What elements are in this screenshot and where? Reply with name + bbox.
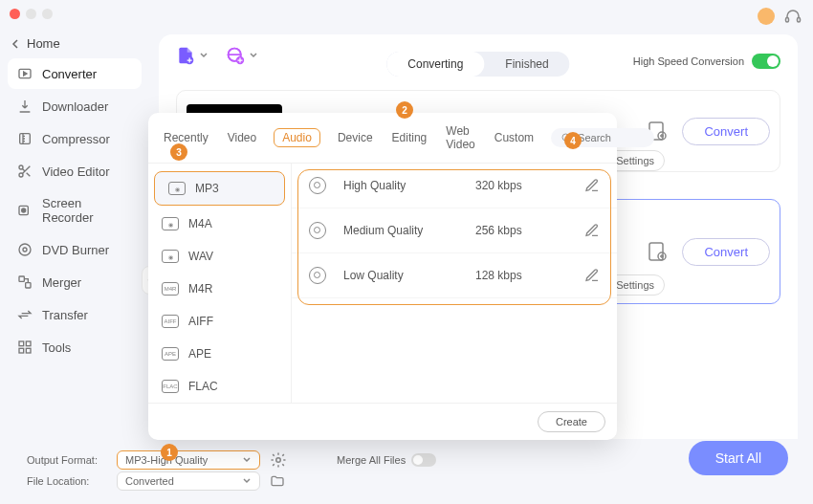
annotation-badge-2: 2 xyxy=(396,101,413,119)
output-settings-icon[interactable] xyxy=(270,451,287,469)
sidebar-item-label: Tools xyxy=(42,340,71,355)
sidebar-item-downloader[interactable]: Downloader xyxy=(8,91,142,121)
sidebar-item-label: Compressor xyxy=(42,132,110,146)
disc-icon xyxy=(309,222,326,239)
sidebar-item-video-editor[interactable]: Video Editor xyxy=(8,156,142,186)
convert-button[interactable]: Convert xyxy=(682,238,770,266)
merge-icon xyxy=(17,274,33,290)
annotation-badge-3: 3 xyxy=(170,143,187,161)
format-ape[interactable]: APEAPE xyxy=(148,338,291,370)
output-format-icon[interactable] xyxy=(646,240,669,263)
disc-mini-icon: ◉ xyxy=(168,182,186,195)
svg-rect-11 xyxy=(26,283,31,288)
chevron-down-icon xyxy=(242,455,252,465)
hsc-toggle[interactable] xyxy=(752,54,780,69)
avatar[interactable] xyxy=(758,8,775,25)
format-aiff[interactable]: AIFFAIFF xyxy=(148,305,291,338)
svg-rect-22 xyxy=(649,243,663,260)
disc-icon xyxy=(309,177,326,194)
grid-icon xyxy=(17,340,33,355)
output-format-label: Output Format: xyxy=(27,454,107,466)
home-label: Home xyxy=(27,36,60,51)
svg-rect-14 xyxy=(19,348,24,353)
format-m4a[interactable]: ◉M4A xyxy=(148,208,291,240)
create-button[interactable]: Create xyxy=(538,411,605,432)
start-all-button[interactable]: Start All xyxy=(689,441,788,475)
format-wav[interactable]: ◉WAV xyxy=(148,240,291,273)
quality-row-high[interactable]: High Quality 320 kbps xyxy=(292,164,617,208)
pop-tab-device[interactable]: Device xyxy=(336,129,375,146)
add-file-icon xyxy=(176,46,195,65)
sidebar: Home Converter Downloader Compressor Vid… xyxy=(0,27,149,504)
sidebar-item-converter[interactable]: Converter xyxy=(8,58,142,89)
quality-list: High Quality 320 kbps Medium Quality 256… xyxy=(292,164,617,403)
sidebar-item-tools[interactable]: Tools xyxy=(8,332,142,362)
sidebar-item-label: Screen Recorder xyxy=(42,196,132,225)
sidebar-item-label: Merger xyxy=(42,275,81,290)
tab-converting[interactable]: Converting xyxy=(386,52,484,77)
format-popover: Recently Video Audio Device Editing Web … xyxy=(148,113,617,440)
sidebar-item-dvd-burner[interactable]: DVD Burner xyxy=(8,234,142,265)
compress-icon xyxy=(17,131,33,146)
pop-tab-custom[interactable]: Custom xyxy=(493,129,536,146)
status-segmented: Converting Finished xyxy=(386,52,569,77)
traffic-minimize[interactable] xyxy=(26,9,36,19)
pop-tab-webvideo[interactable]: Web Video xyxy=(444,122,476,153)
svg-point-7 xyxy=(22,208,26,212)
svg-point-8 xyxy=(19,244,31,255)
chevron-down-icon xyxy=(249,51,258,60)
sidebar-item-compressor[interactable]: Compressor xyxy=(8,123,142,154)
annotation-badge-1: 1 xyxy=(161,444,178,461)
merge-toggle[interactable] xyxy=(411,453,436,467)
file-mini-icon: AIFF xyxy=(162,315,179,328)
pop-tab-editing[interactable]: Editing xyxy=(390,129,429,146)
disc-icon xyxy=(17,242,33,257)
home-link[interactable]: Home xyxy=(8,31,142,56)
tab-finished[interactable]: Finished xyxy=(484,52,569,77)
sidebar-item-merger[interactable]: Merger xyxy=(8,267,142,297)
sidebar-item-screen-recorder[interactable]: Screen Recorder xyxy=(8,188,142,232)
format-m4r[interactable]: M4RM4R xyxy=(148,273,291,305)
open-folder-icon[interactable] xyxy=(270,473,285,489)
add-file-button[interactable] xyxy=(176,46,209,65)
sidebar-item-label: DVD Burner xyxy=(42,243,109,257)
disc-mini-icon: ◉ xyxy=(162,250,179,263)
window-titlebar xyxy=(0,0,813,27)
svg-rect-15 xyxy=(26,348,31,353)
svg-rect-12 xyxy=(19,341,24,346)
svg-point-26 xyxy=(276,458,281,463)
add-url-button[interactable] xyxy=(226,46,258,65)
convert-button[interactable]: Convert xyxy=(682,118,770,145)
sidebar-item-transfer[interactable]: Transfer xyxy=(8,299,142,330)
format-mp3[interactable]: ◉MP3 xyxy=(154,171,285,206)
quality-row-medium[interactable]: Medium Quality 256 kbps xyxy=(292,208,617,253)
svg-rect-1 xyxy=(798,18,801,23)
format-flac[interactable]: FLACFLAC xyxy=(148,370,291,403)
chevron-down-icon xyxy=(242,476,252,486)
pop-tab-audio[interactable]: Audio xyxy=(274,128,320,147)
support-icon[interactable] xyxy=(784,8,802,25)
file-mini-icon: APE xyxy=(162,347,179,361)
edit-icon[interactable] xyxy=(584,268,600,283)
svg-rect-13 xyxy=(26,341,31,346)
chevron-left-icon xyxy=(11,39,21,49)
traffic-close[interactable] xyxy=(10,9,20,19)
transfer-icon xyxy=(17,307,33,322)
sidebar-item-label: Video Editor xyxy=(42,164,110,179)
traffic-maximize[interactable] xyxy=(42,9,53,19)
sidebar-item-label: Converter xyxy=(42,67,97,81)
quality-row-low[interactable]: Low Quality 128 kbps xyxy=(292,253,617,298)
search-input[interactable] xyxy=(578,132,645,143)
merge-label: Merge All Files xyxy=(337,454,406,466)
download-icon xyxy=(17,99,33,114)
converter-icon xyxy=(17,66,33,81)
pop-tab-video[interactable]: Video xyxy=(226,129,258,146)
record-icon xyxy=(17,203,33,218)
file-location-select[interactable]: Converted xyxy=(117,471,260,491)
pop-tab-recently[interactable]: Recently xyxy=(162,129,210,146)
output-format-select[interactable]: MP3-High Quality xyxy=(117,450,260,470)
edit-icon[interactable] xyxy=(584,223,600,238)
sidebar-item-label: Transfer xyxy=(42,308,88,322)
file-mini-icon: FLAC xyxy=(162,380,179,393)
edit-icon[interactable] xyxy=(584,178,600,193)
